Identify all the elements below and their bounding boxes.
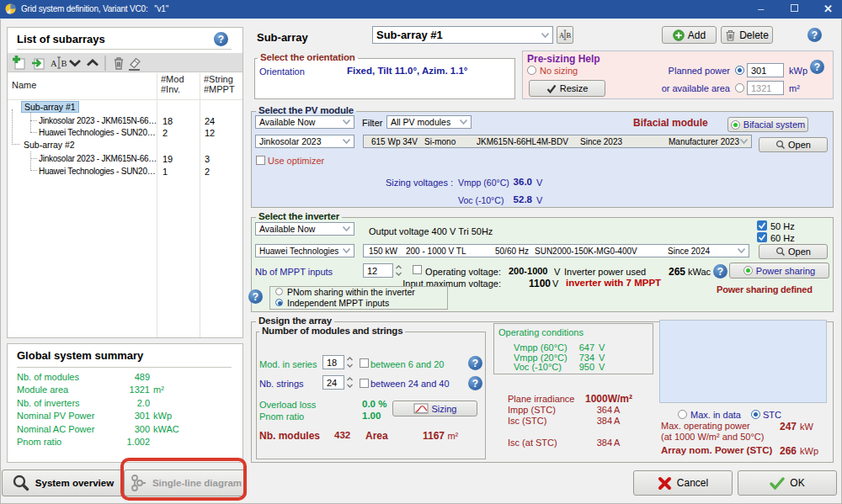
svg-text:A: A [559,31,565,40]
svg-text:B: B [567,31,572,40]
svg-text:A: A [51,59,57,68]
svg-text:B: B [61,59,67,68]
